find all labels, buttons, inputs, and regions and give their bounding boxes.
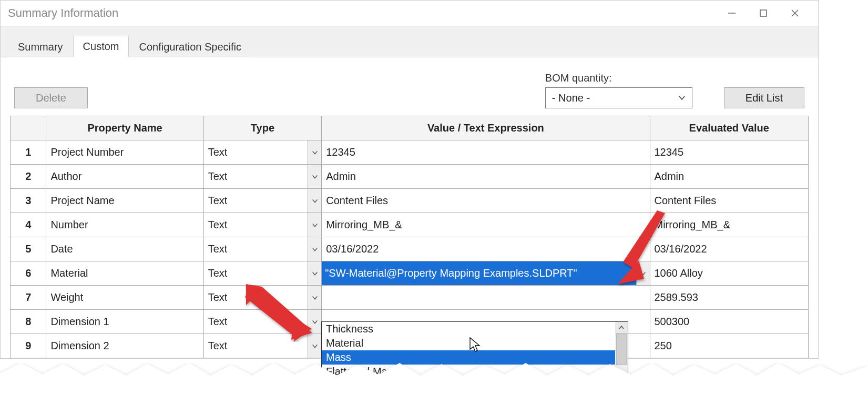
row-index: 5 xyxy=(11,237,46,261)
bom-quantity-value: - None - xyxy=(552,92,590,104)
table-row: 2AuthorTextAdminAdmin xyxy=(11,165,809,189)
evaluated-value-cell: 250 xyxy=(650,334,809,358)
chevron-down-icon xyxy=(309,219,321,231)
properties-grid-wrap: Property Name Type Value / Text Expressi… xyxy=(1,114,818,358)
row-index: 1 xyxy=(11,140,46,165)
scroll-up-icon[interactable] xyxy=(615,322,628,334)
evaluated-value-cell: 500300 xyxy=(650,310,809,334)
row-index: 4 xyxy=(11,213,46,237)
table-row: 1Project NumberText1234512345 xyxy=(11,140,809,165)
tab-configuration-specific[interactable]: Configuration Specific xyxy=(129,36,251,57)
property-name-cell[interactable]: Date xyxy=(46,237,203,261)
table-row: 7WeightText2589.593 xyxy=(11,286,809,310)
property-name-cell[interactable]: Weight xyxy=(46,286,203,310)
row-index: 9 xyxy=(11,334,46,358)
close-button[interactable] xyxy=(779,1,811,26)
type-cell[interactable]: Text xyxy=(203,213,321,237)
dropdown-item[interactable]: Material xyxy=(322,336,615,350)
chevron-down-icon xyxy=(676,92,688,104)
chevron-down-icon xyxy=(309,171,321,183)
scroll-track[interactable] xyxy=(615,334,628,393)
value-cell[interactable]: 12345 xyxy=(322,140,650,165)
chevron-down-icon xyxy=(309,147,321,158)
type-cell[interactable]: Text xyxy=(203,140,321,165)
type-cell[interactable]: Text xyxy=(203,261,321,286)
table-row: 6MaterialText"SW-Material@Property Mappi… xyxy=(11,261,809,286)
evaluated-value-cell: 12345 xyxy=(650,140,809,165)
row-index: 7 xyxy=(11,286,46,310)
property-name-cell[interactable]: Material xyxy=(46,261,203,286)
header-type: Type xyxy=(203,116,321,140)
dropdown-item[interactable]: Flattened Mass xyxy=(322,365,615,379)
minimize-button[interactable] xyxy=(716,1,748,26)
type-dropdown-button[interactable] xyxy=(308,237,321,261)
row-index: 6 xyxy=(11,261,46,286)
svg-rect-1 xyxy=(760,10,767,16)
type-dropdown-button[interactable] xyxy=(308,165,321,188)
row-index: 8 xyxy=(11,310,46,334)
tabstrip: Summary Custom Configuration Specific xyxy=(1,26,818,57)
edit-list-button[interactable]: Edit List xyxy=(724,87,804,108)
property-name-cell[interactable]: Dimension 1 xyxy=(46,310,203,334)
type-dropdown-button[interactable] xyxy=(308,189,321,213)
bom-quantity-select[interactable]: - None - xyxy=(545,87,692,108)
window: Summary Information Summary Custom Confi… xyxy=(0,0,819,359)
table-row: 3Project NameTextContent FilesContent Fi… xyxy=(11,189,809,213)
delete-button[interactable]: Delete xyxy=(14,87,88,108)
titlebar: Summary Information xyxy=(1,1,818,26)
header-index xyxy=(11,116,46,140)
dropdown-item[interactable]: Mass xyxy=(322,350,615,365)
value-cell[interactable] xyxy=(322,286,650,310)
header-property-name: Property Name xyxy=(46,116,203,140)
bom-quantity-group: BOM quantity: - None - xyxy=(545,72,692,108)
type-cell[interactable]: Text xyxy=(203,189,321,213)
evaluated-value-cell: Admin xyxy=(650,165,809,189)
property-name-cell[interactable]: Project Name xyxy=(46,189,203,213)
value-cell[interactable]: Admin xyxy=(322,165,650,189)
property-name-cell[interactable]: Project Number xyxy=(46,140,203,165)
type-dropdown-button[interactable] xyxy=(308,261,321,285)
value-cell[interactable]: Mirroring_MB_& xyxy=(322,213,650,237)
property-name-cell[interactable]: Number xyxy=(46,213,203,237)
type-dropdown-button[interactable] xyxy=(308,213,321,237)
type-cell[interactable]: Text xyxy=(203,237,321,261)
chevron-down-icon xyxy=(309,195,321,207)
scroll-thumb[interactable] xyxy=(616,334,627,365)
type-dropdown-button[interactable] xyxy=(308,140,321,164)
header-value: Value / Text Expression xyxy=(322,116,650,140)
chevron-down-icon xyxy=(309,244,321,255)
property-name-cell[interactable]: Dimension 2 xyxy=(46,334,203,358)
row-index: 2 xyxy=(11,165,46,189)
dropdown-item[interactable]: Density xyxy=(322,379,615,393)
cursor-pointer-icon xyxy=(469,337,482,355)
tab-custom[interactable]: Custom xyxy=(73,36,129,57)
value-cell[interactable]: "SW-Material@Property Mapping Examples.S… xyxy=(322,261,650,286)
annotation-arrow-1 xyxy=(241,284,314,345)
value-dropdown[interactable]: ThicknessMaterialMassFlattened MassDensi… xyxy=(321,321,628,393)
value-cell[interactable]: Content Files xyxy=(322,189,650,213)
evaluated-value-cell: Content Files xyxy=(650,189,809,213)
tab-summary[interactable]: Summary xyxy=(8,36,73,57)
chevron-down-icon xyxy=(309,268,321,279)
property-name-cell[interactable]: Author xyxy=(46,165,203,189)
annotation-arrow-2 xyxy=(615,210,678,292)
type-cell[interactable]: Text xyxy=(203,165,321,189)
toolbar: Delete BOM quantity: - None - Edit List xyxy=(1,57,818,114)
bom-quantity-label: BOM quantity: xyxy=(545,72,692,84)
value-cell[interactable]: 03/16/2022 xyxy=(322,237,650,261)
table-row: 4NumberTextMirroring_MB_&Mirroring_MB_& xyxy=(11,213,809,237)
dropdown-item[interactable]: Thickness xyxy=(322,322,615,336)
row-index: 3 xyxy=(11,189,46,213)
maximize-button[interactable] xyxy=(748,1,779,26)
value-expression-selected[interactable]: "SW-Material@Property Mapping Examples.S… xyxy=(322,261,636,285)
window-title: Summary Information xyxy=(8,6,716,20)
table-row: 5DateText03/16/202203/16/2022 xyxy=(11,237,809,261)
header-evaluated-value: Evaluated Value xyxy=(650,116,809,140)
dropdown-scrollbar[interactable] xyxy=(615,322,628,393)
